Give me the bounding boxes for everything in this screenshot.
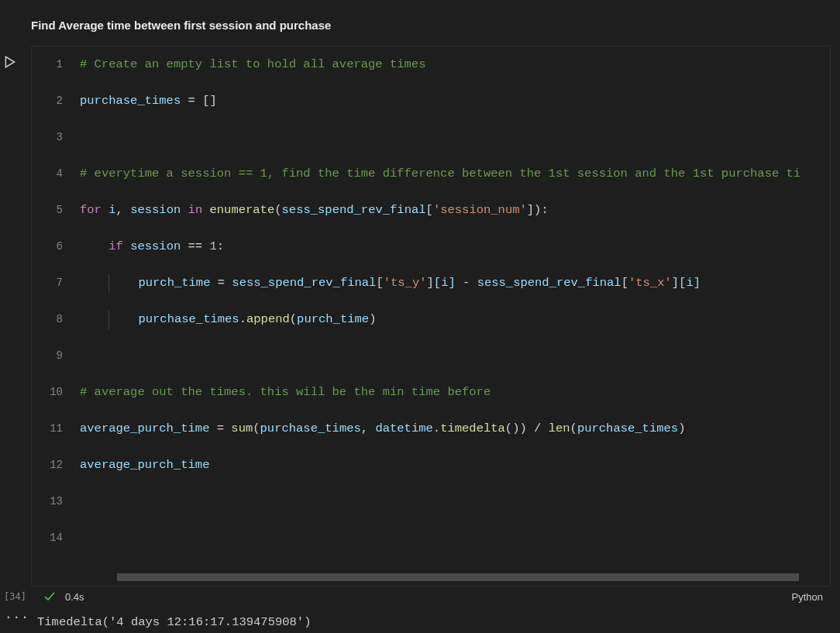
code-comment: # average out the times. this will be th… xyxy=(80,385,491,399)
execution-count: [34] xyxy=(0,591,26,602)
code-token: timedelta xyxy=(440,421,505,435)
code-token: 1 xyxy=(209,239,216,253)
code-token: - xyxy=(456,276,477,290)
code-token: ( xyxy=(274,203,281,217)
code-token: session xyxy=(130,239,181,253)
line-number: 13 xyxy=(32,493,80,511)
code-token: / xyxy=(527,421,549,435)
code-token: i xyxy=(108,203,115,217)
code-token: enumerate xyxy=(210,203,275,217)
code-token: purchase_times xyxy=(260,421,361,435)
line-number: 4 xyxy=(32,165,80,184)
code-comment: # Create an empty list to hold all avera… xyxy=(80,57,425,71)
code-token: datetime xyxy=(375,421,432,435)
code-token: if xyxy=(108,239,123,253)
code-editor[interactable]: 1# Create an empty list to hold all aver… xyxy=(31,46,831,587)
code-token: for xyxy=(80,203,102,217)
code-token: purch_time xyxy=(297,312,369,326)
code-token: , xyxy=(361,421,376,435)
cell-status-bar: [34] 0.4s Python xyxy=(0,587,840,607)
line-number: 10 xyxy=(32,384,80,402)
cell-output: ··· Timedelta('4 days 12:16:17.139475908… xyxy=(0,607,840,633)
code-token: sess_spend_rev_final xyxy=(232,276,376,290)
code-token: ] xyxy=(209,94,216,108)
code-token: average_purch_time xyxy=(80,421,209,435)
code-token: = xyxy=(181,94,202,108)
code-token: append xyxy=(246,312,290,326)
output-ellipsis-icon[interactable]: ··· xyxy=(5,608,29,627)
code-token: . xyxy=(239,312,246,326)
code-token: in xyxy=(188,203,203,217)
code-token: [i] xyxy=(434,276,456,290)
code-token: . xyxy=(433,421,440,435)
line-number: 2 xyxy=(32,92,80,111)
markdown-heading: Find Average time between first session … xyxy=(0,0,840,46)
line-number: 12 xyxy=(32,456,80,475)
line-number: 1 xyxy=(32,56,80,74)
code-token: sess_spend_rev_final xyxy=(282,203,426,217)
code-token: == xyxy=(181,239,209,253)
code-token: purchase_times xyxy=(138,312,239,326)
run-cell-button[interactable] xyxy=(3,55,17,69)
code-token: : xyxy=(217,239,224,253)
svg-marker-0 xyxy=(5,57,14,67)
code-token: : xyxy=(541,203,548,217)
notebook-cell-1: 1# Create an empty list to hold all aver… xyxy=(0,46,840,633)
code-token: average_purch_time xyxy=(80,458,209,472)
line-number: 8 xyxy=(32,311,80,329)
code-token: purchase_times xyxy=(577,421,678,435)
code-token: sess_spend_rev_final xyxy=(477,276,621,290)
line-number: 14 xyxy=(32,529,80,548)
code-token: purch_time xyxy=(138,276,210,290)
execution-timing: 0.4s xyxy=(65,591,84,603)
code-token: purchase_times xyxy=(80,94,181,108)
line-number: 9 xyxy=(32,347,80,366)
code-token: sum xyxy=(231,421,253,435)
code-token: [i] xyxy=(679,276,701,290)
code-token: len xyxy=(549,421,570,435)
code-token: , xyxy=(116,203,131,217)
cell-language-label[interactable]: Python xyxy=(792,591,823,603)
line-number: 7 xyxy=(32,274,80,293)
code-token: = xyxy=(209,421,231,435)
code-token: () xyxy=(505,421,520,435)
horizontal-scrollbar[interactable] xyxy=(117,573,799,581)
output-text: Timedelta('4 days 12:16:17.139475908') xyxy=(37,613,840,631)
code-token: session xyxy=(130,203,181,217)
line-number: 3 xyxy=(32,129,80,147)
check-icon xyxy=(43,590,56,603)
code-token: = xyxy=(210,276,232,290)
line-number: 11 xyxy=(32,420,80,439)
code-token: 'ts_y' xyxy=(384,276,427,290)
code-token: 'session_num' xyxy=(433,203,527,217)
line-number: 5 xyxy=(32,201,80,220)
code-token: 'ts_x' xyxy=(628,276,672,290)
line-number: 6 xyxy=(32,238,80,256)
code-comment: # everytime a session == 1, find the tim… xyxy=(80,167,800,181)
